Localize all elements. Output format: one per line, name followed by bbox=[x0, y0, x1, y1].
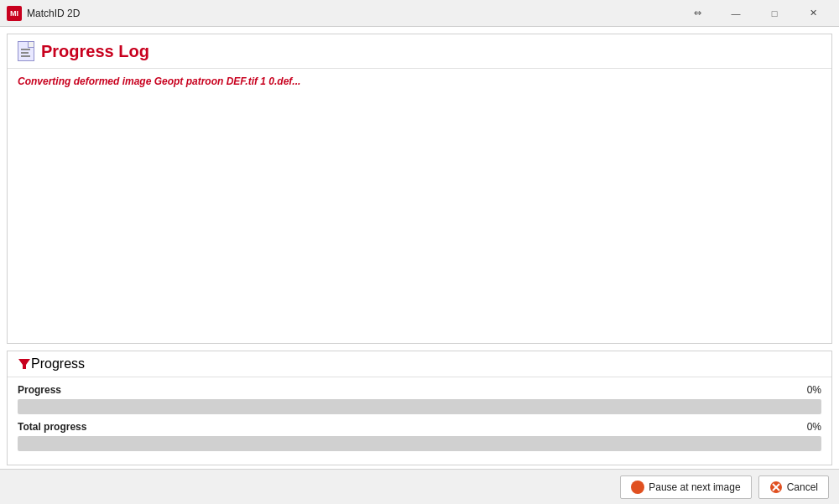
mi-logo: MI bbox=[7, 6, 22, 21]
progress-section-header: Progress bbox=[8, 351, 831, 377]
progress-section: Progress Progress 0% Total progress 0% bbox=[7, 351, 832, 465]
progress-section-title: Progress bbox=[31, 356, 85, 372]
progress-log-header: Progress Log bbox=[8, 34, 831, 69]
maximize-button[interactable]: □ bbox=[755, 0, 794, 27]
progress-log-title: Progress Log bbox=[41, 42, 149, 61]
progress-bar-background bbox=[18, 399, 821, 414]
titlebar: MI MatchID 2D ⇔ — □ ✕ bbox=[0, 0, 839, 27]
app-logo-icon: MI bbox=[7, 6, 22, 21]
log-content: Converting deformed image Geopt patroon … bbox=[8, 69, 831, 343]
close-button[interactable]: ✕ bbox=[794, 0, 832, 27]
total-progress-percentage: 0% bbox=[807, 421, 821, 433]
doc-line bbox=[21, 52, 29, 54]
progress-rows: Progress 0% Total progress 0% bbox=[8, 377, 831, 465]
minimize-button[interactable]: — bbox=[717, 0, 755, 27]
footer: Pause at next image Cancel bbox=[0, 469, 839, 504]
progress-log-icon bbox=[18, 41, 34, 61]
total-progress-row: Total progress 0% bbox=[18, 421, 821, 451]
progress-label: Progress bbox=[18, 384, 61, 396]
progress-log-section: Progress Log Converting deformed image G… bbox=[7, 34, 832, 344]
pause-icon bbox=[631, 481, 644, 494]
document-icon bbox=[18, 41, 34, 61]
doc-line bbox=[21, 55, 30, 57]
progress-row: Progress 0% bbox=[18, 384, 821, 414]
cancel-label: Cancel bbox=[787, 481, 818, 493]
progress-section-icon bbox=[18, 357, 31, 371]
resize-button[interactable]: ⇔ bbox=[678, 0, 717, 27]
pause-label: Pause at next image bbox=[649, 481, 740, 493]
svg-marker-0 bbox=[18, 359, 30, 369]
pause-button[interactable]: Pause at next image bbox=[620, 475, 751, 499]
window-controls: ⇔ — □ ✕ bbox=[678, 0, 832, 27]
main-content: Progress Log Converting deformed image G… bbox=[0, 27, 839, 504]
progress-percentage: 0% bbox=[807, 384, 821, 396]
doc-line bbox=[21, 49, 30, 50]
total-progress-label-row: Total progress 0% bbox=[18, 421, 821, 433]
progress-label-row: Progress 0% bbox=[18, 384, 821, 396]
cancel-button[interactable]: Cancel bbox=[758, 475, 829, 499]
total-progress-bar-background bbox=[18, 436, 821, 451]
app-title: MatchID 2D bbox=[27, 8, 678, 19]
cancel-icon bbox=[769, 481, 783, 494]
total-progress-label: Total progress bbox=[18, 421, 86, 433]
log-entry: Converting deformed image Geopt patroon … bbox=[18, 75, 821, 87]
